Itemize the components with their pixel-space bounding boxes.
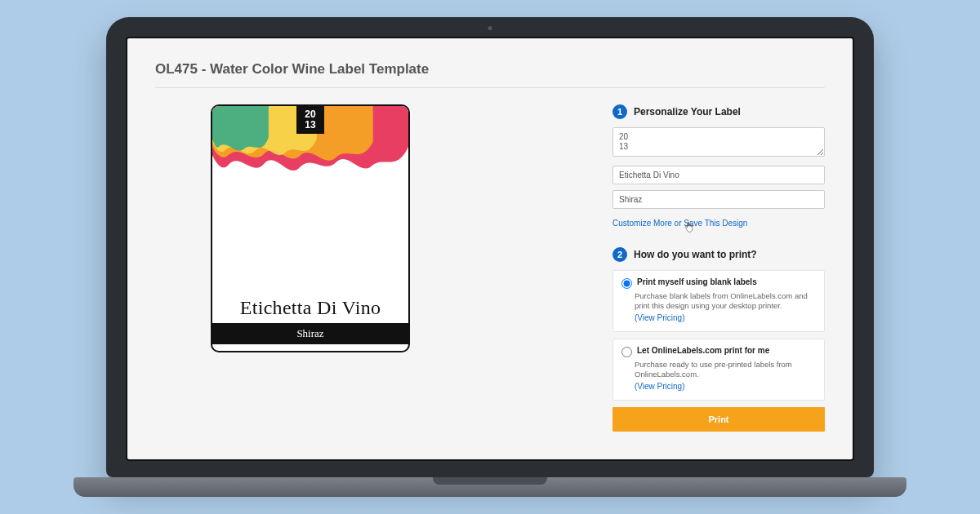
print-option-service[interactable]: Let OnlineLabels.com print for me Purcha… [612,339,825,401]
camera-dot [488,26,492,30]
year-input[interactable] [612,127,825,157]
label-subtitle: Shiraz [212,323,408,344]
print-self-desc: Purchase blank labels from OnlineLabels.… [635,291,816,323]
print-self-label: Print myself using blank labels [637,277,757,286]
watercolor-band: 20 13 [212,106,408,184]
print-service-desc: Purchase ready to use pre-printed labels… [635,360,816,392]
laptop-base [74,477,906,497]
label-title: Etichetta Di Vino [212,297,408,319]
laptop-notch [433,477,547,485]
year-line2: 13 [296,120,324,131]
view-pricing-service-link[interactable]: (View Pricing) [635,381,685,392]
page: OL475 - Water Color Wine Label Template [127,38,853,454]
print-service-label: Let OnlineLabels.com print for me [637,346,769,355]
laptop-frame: OL475 - Water Color Wine Label Template [106,17,874,497]
customize-more-link[interactable]: Customize More or Save This Design [612,219,747,228]
content-row: 20 13 Etichetta Di Vino Shiraz 1 Persona… [155,104,825,432]
step1-badge: 1 [612,104,627,119]
screen: OL475 - Water Color Wine Label Template [126,37,854,461]
step2-section: 2 How do you want to print? Print myself… [612,247,825,432]
year-tag: 20 13 [296,106,324,134]
page-title: OL475 - Water Color Wine Label Template [155,61,825,88]
print-service-radio[interactable] [621,347,632,357]
label-preview: 20 13 Etichetta Di Vino Shiraz [211,104,410,352]
label-preview-column: 20 13 Etichetta Di Vino Shiraz [155,104,410,432]
step2-header: 2 How do you want to print? [612,247,825,262]
print-button[interactable]: Print [612,407,825,432]
laptop-body: OL475 - Water Color Wine Label Template [106,17,874,477]
print-self-radio[interactable] [621,278,632,289]
form-column: 1 Personalize Your Label Customize More … [612,104,825,432]
print-option-self[interactable]: Print myself using blank labels Purchase… [612,270,825,332]
step1-title: Personalize Your Label [634,106,741,117]
view-pricing-self-link[interactable]: (View Pricing) [635,312,685,323]
title-input[interactable] [612,166,825,184]
step2-badge: 2 [612,247,627,262]
subtitle-input[interactable] [612,190,825,209]
step1-header: 1 Personalize Your Label [612,104,825,119]
step2-title: How do you want to print? [634,249,757,260]
